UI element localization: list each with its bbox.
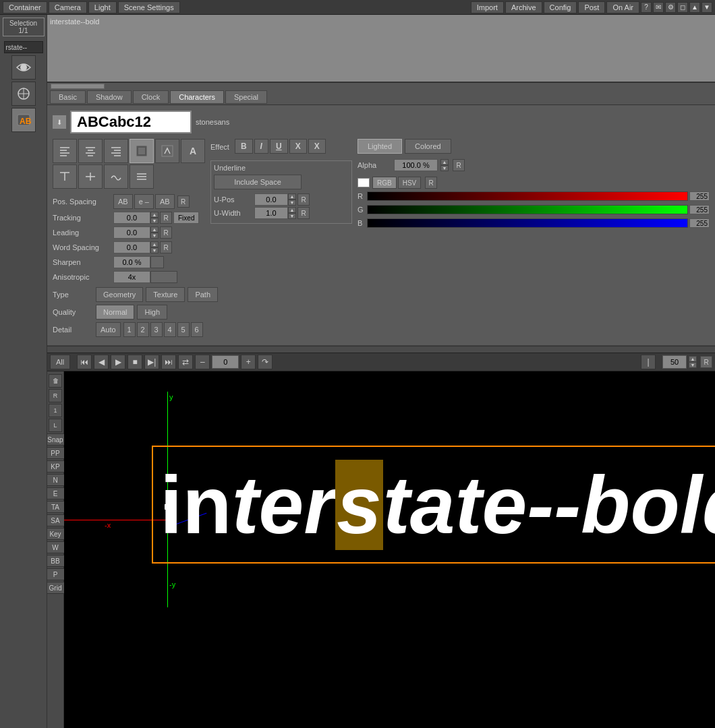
trash-icon[interactable]: 🗑: [49, 374, 62, 388]
ab1-btn[interactable]: AB: [113, 194, 133, 209]
texture-map-btn[interactable]: [130, 139, 154, 163]
uwidth-up[interactable]: ▲: [288, 207, 296, 213]
gear-icon[interactable]: ⚙: [665, 2, 676, 13]
minus-btn[interactable]: –: [195, 355, 210, 369]
plus-btn[interactable]: +: [241, 355, 256, 369]
canvas-area[interactable]: y -y -x interstate--bold: [64, 371, 715, 728]
help-icon[interactable]: ?: [641, 2, 652, 13]
align-left-btn[interactable]: [53, 139, 77, 163]
tab-basic[interactable]: Basic: [50, 90, 86, 104]
tab-characters[interactable]: Characters: [170, 90, 224, 104]
leading-down[interactable]: ▼: [150, 233, 159, 239]
frame-value2[interactable]: 50: [662, 355, 687, 369]
include-space-btn[interactable]: Include Space: [214, 175, 302, 189]
l-icon[interactable]: L: [49, 419, 62, 432]
ab2-btn[interactable]: AB: [155, 194, 175, 209]
r-value[interactable]: 255: [689, 191, 710, 201]
play-btn[interactable]: ▶: [111, 355, 125, 369]
container-tab[interactable]: Container: [3, 1, 47, 13]
frame-counter[interactable]: 0: [212, 355, 239, 369]
spacing-type-btn[interactable]: [155, 139, 179, 163]
high-btn[interactable]: High: [137, 305, 167, 320]
word-spacing-r[interactable]: R: [160, 241, 172, 253]
marker-btn[interactable]: |: [641, 355, 656, 369]
font-download-icon[interactable]: ⬇: [53, 115, 66, 129]
upos-r[interactable]: R: [297, 193, 310, 206]
mail-icon[interactable]: ✉: [653, 2, 664, 13]
colored-btn[interactable]: Colored: [405, 139, 451, 154]
g-slider[interactable]: [367, 205, 688, 214]
upos-down[interactable]: ▼: [288, 200, 296, 206]
upos-value[interactable]: 0.0: [254, 193, 288, 206]
archive-btn[interactable]: Archive: [505, 1, 542, 13]
align-right-btn[interactable]: [104, 139, 128, 163]
geometry-btn[interactable]: Geometry: [96, 287, 143, 302]
normal-btn[interactable]: Normal: [96, 305, 134, 320]
post-btn[interactable]: Post: [578, 1, 605, 13]
tracking-up[interactable]: ▲: [150, 212, 159, 218]
camera-tab[interactable]: Camera: [49, 1, 87, 13]
skip-btn[interactable]: ↷: [258, 355, 273, 369]
props-scrollbar[interactable]: [47, 346, 715, 353]
lighted-btn[interactable]: Lighted: [358, 139, 402, 154]
strikethrough-btn[interactable]: X: [289, 139, 307, 154]
r-slider[interactable]: [367, 191, 688, 201]
upos-up[interactable]: ▲: [288, 193, 296, 200]
anisotropic-slider[interactable]: [150, 271, 177, 283]
leading-r[interactable]: R: [160, 226, 172, 239]
align-center-btn[interactable]: [78, 139, 103, 163]
r-icon[interactable]: R: [49, 389, 62, 402]
texture-btn[interactable]: Texture: [146, 287, 185, 302]
italic-btn[interactable]: I: [254, 139, 268, 154]
detail-6[interactable]: 6: [191, 322, 203, 337]
box-icon[interactable]: ◻: [677, 2, 688, 13]
sharpen-slider[interactable]: [150, 256, 164, 268]
color-swatch[interactable]: [358, 178, 370, 187]
alpha-down[interactable]: ▼: [440, 165, 449, 171]
bold-btn[interactable]: B: [235, 139, 253, 154]
frame2-up[interactable]: ▲: [689, 356, 697, 362]
prev-end-btn[interactable]: ⏮: [77, 355, 92, 369]
detail-4[interactable]: 4: [164, 322, 176, 337]
tab-clock[interactable]: Clock: [133, 90, 169, 104]
mid-align-btn[interactable]: [78, 164, 103, 189]
detail-3[interactable]: 3: [150, 322, 163, 337]
path-btn[interactable]: Path: [188, 287, 218, 302]
scene-settings-tab[interactable]: Scene Settings: [118, 1, 180, 13]
detail-1[interactable]: 1: [123, 322, 136, 337]
wave-btn[interactable]: [104, 164, 128, 189]
pos-r-btn[interactable]: R: [177, 195, 190, 208]
detail-5[interactable]: 5: [177, 322, 190, 337]
eye-icon-btn[interactable]: [11, 55, 36, 80]
on-air-btn[interactable]: On Air: [606, 1, 639, 13]
alpha-r[interactable]: R: [453, 159, 465, 171]
down-icon[interactable]: ▼: [702, 2, 712, 13]
target-icon-btn[interactable]: [11, 82, 36, 106]
underline-btn[interactable]: U: [270, 139, 288, 154]
tracking-r[interactable]: R: [160, 212, 172, 224]
tracking-value[interactable]: 0.0: [113, 212, 150, 224]
detail-2[interactable]: 2: [137, 322, 149, 337]
rgb-tab[interactable]: RGB: [372, 177, 397, 189]
loop-btn[interactable]: ⇄: [178, 355, 193, 369]
word-spacing-down[interactable]: ▼: [150, 247, 159, 253]
b-slider[interactable]: [367, 218, 688, 228]
color-r[interactable]: R: [425, 177, 437, 189]
uwidth-down[interactable]: ▼: [288, 213, 296, 219]
scroll-thumb[interactable]: [51, 84, 105, 89]
auto-btn[interactable]: Auto: [96, 322, 121, 337]
prev-btn[interactable]: ◀: [94, 355, 109, 369]
strikethrough2-btn[interactable]: X: [308, 139, 326, 154]
word-spacing-value[interactable]: 0.0: [113, 241, 150, 253]
text-icon-btn[interactable]: ABC: [11, 108, 36, 132]
tracking-down[interactable]: ▼: [150, 218, 159, 224]
b-value[interactable]: 255: [689, 218, 710, 228]
g-value[interactable]: 255: [689, 205, 710, 214]
config-btn[interactable]: Config: [544, 1, 577, 13]
next-end-btn[interactable]: ⏭: [161, 355, 176, 369]
uwidth-value[interactable]: 1.0: [254, 207, 288, 219]
sharpen-value[interactable]: 0.0 %: [113, 256, 150, 268]
uwidth-r[interactable]: R: [297, 207, 310, 219]
frame2-down[interactable]: ▼: [689, 362, 697, 368]
all-btn[interactable]: All: [50, 355, 70, 369]
